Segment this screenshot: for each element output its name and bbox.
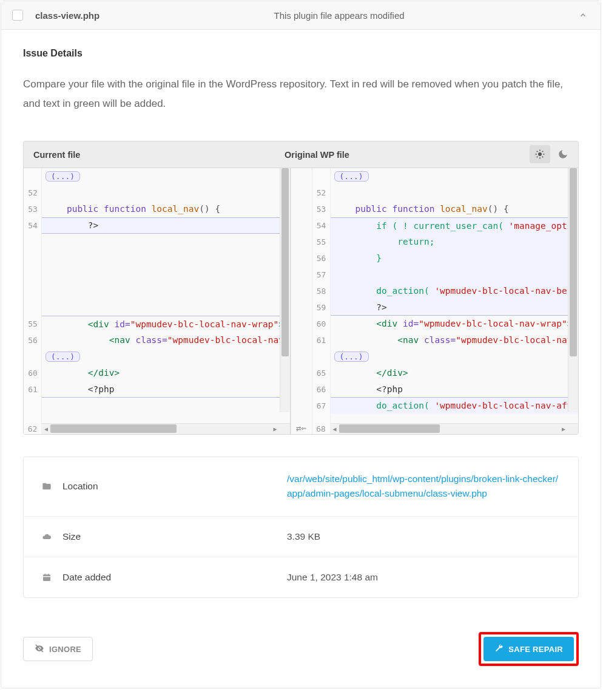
ignore-button[interactable]: IGNORE <box>23 637 93 661</box>
gutter-line: 60 <box>312 316 331 332</box>
left-code-scroll[interactable]: (...) public function local_nav() { ?> <… <box>42 168 290 423</box>
diff-left-pane: 52 53 54 55 56 60 61 (...) <box>24 168 291 434</box>
date-label: Date added <box>62 572 287 583</box>
detail-row-date: Date added June 1, 2023 1:48 am <box>24 557 578 597</box>
gutter-line: 56 <box>312 250 331 267</box>
cloud-icon <box>42 532 62 542</box>
gutter-line: 61 <box>24 381 42 398</box>
location-value[interactable]: /var/web/site/public_html/wp-content/plu… <box>287 472 560 502</box>
gutter-line: 56 <box>24 332 42 348</box>
gutter-line: 52 <box>312 185 331 201</box>
issue-details-title: Issue Details <box>23 48 579 59</box>
gutter-line: 53 <box>24 201 42 217</box>
calendar-icon <box>42 573 62 582</box>
diff-right-pane: 52 53 54 55 56 57 58 59 60 61 65 66 <box>312 168 579 434</box>
svg-line-5 <box>537 151 538 152</box>
fold-marker[interactable]: (...) <box>45 352 80 362</box>
svg-line-8 <box>542 151 544 152</box>
chevron-up-icon[interactable] <box>579 11 587 19</box>
detail-row-size: Size 3.39 KB <box>24 517 578 557</box>
file-details-table: Location /var/web/site/public_html/wp-co… <box>23 457 579 599</box>
gutter-line: 61 <box>312 332 331 348</box>
scroll-left-icon[interactable]: ◀ <box>331 426 339 432</box>
gutter-line: 59 <box>312 299 331 316</box>
gutter-line: 67 <box>312 398 331 414</box>
gutter-line: 52 <box>24 185 42 201</box>
location-label: Location <box>62 481 287 492</box>
diff-left-title: Current file <box>33 150 80 160</box>
gutter-line: 57 <box>312 267 331 283</box>
wrench-icon <box>494 644 504 654</box>
safe-repair-button-label: SAFE REPAIR <box>508 645 563 654</box>
right-code-scroll[interactable]: (...) public function local_nav() { if (… <box>331 168 579 423</box>
accordion-header[interactable]: class-view.php This plugin file appears … <box>1 1 601 30</box>
select-file-checkbox[interactable] <box>12 10 23 21</box>
gutter-line: 62 <box>24 423 42 434</box>
safe-repair-button[interactable]: SAFE REPAIR <box>483 637 574 661</box>
code-token: ?> <box>88 220 98 230</box>
modified-message: This plugin file appears modified <box>99 10 579 21</box>
diff-right-title: Original WP file <box>285 150 349 160</box>
diff-sync-controls[interactable]: ⇄⇐ <box>291 168 312 434</box>
date-value: June 1, 2023 1:48 am <box>287 572 560 583</box>
gutter-line: 55 <box>312 234 331 250</box>
eye-off-icon <box>35 644 44 655</box>
size-value: 3.39 KB <box>287 531 560 542</box>
gutter-line: 60 <box>24 365 42 381</box>
gutter-line: 54 <box>312 217 331 234</box>
fold-marker[interactable]: (...) <box>45 171 80 182</box>
detail-row-location: Location /var/web/site/public_html/wp-co… <box>24 457 578 517</box>
gutter-line: 54 <box>24 217 42 234</box>
scroll-right-icon[interactable]: ▶ <box>271 426 280 432</box>
scroll-left-icon[interactable]: ◀ <box>42 426 50 432</box>
ignore-button-label: IGNORE <box>49 645 81 654</box>
vertical-scrollbar[interactable] <box>568 168 578 412</box>
size-label: Size <box>62 531 287 542</box>
gutter-line: 65 <box>312 365 331 381</box>
file-name: class-view.php <box>35 10 99 21</box>
svg-point-0 <box>538 152 542 156</box>
horizontal-scrollbar[interactable] <box>50 423 261 434</box>
gutter-line: 58 <box>312 283 331 299</box>
fold-marker[interactable]: (...) <box>334 171 369 182</box>
highlight-box: SAFE REPAIR <box>479 632 579 666</box>
diff-panel: Current file Original WP file 52 <box>23 141 579 435</box>
gutter-line: 68 <box>312 423 331 434</box>
scroll-right-icon[interactable]: ▶ <box>559 426 568 432</box>
folder-icon <box>42 481 62 491</box>
svg-line-6 <box>542 157 544 158</box>
vertical-scrollbar[interactable] <box>280 168 290 412</box>
gutter-line: 53 <box>312 201 331 217</box>
horizontal-scrollbar[interactable] <box>339 423 550 434</box>
dark-theme-button[interactable] <box>553 145 573 163</box>
issue-details-description: Compare your file with the original file… <box>23 75 579 114</box>
fold-marker[interactable]: (...) <box>334 352 369 362</box>
svg-line-7 <box>537 157 538 158</box>
gutter-line: 66 <box>312 381 331 398</box>
light-theme-button[interactable] <box>530 145 550 163</box>
gutter-line: 55 <box>24 316 42 332</box>
